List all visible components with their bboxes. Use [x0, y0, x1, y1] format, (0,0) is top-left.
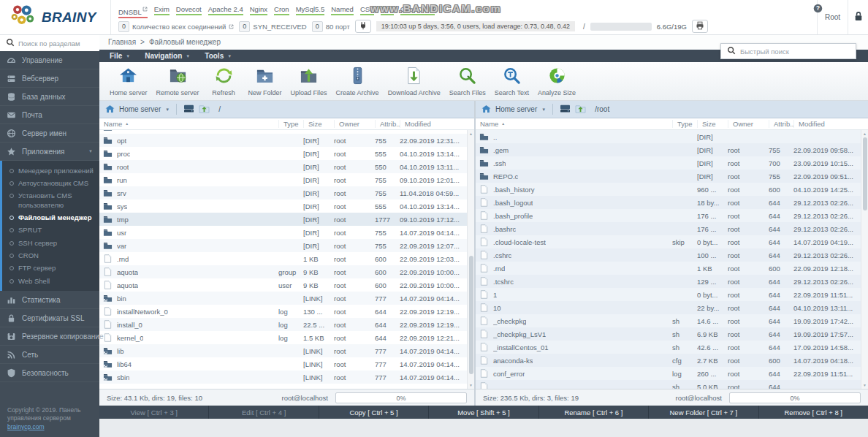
toolbar-search-files[interactable]: Search Files [445, 64, 490, 99]
sidebar-subitem-cms[interactable]: Автоустановщик CMS [2, 177, 99, 189]
scrollbar[interactable]: ▲ ▼ [467, 130, 474, 389]
file-row-run[interactable]: run[DIR]root75509.10.2019 12:01... [99, 173, 474, 186]
sidebar-search[interactable] [0, 35, 99, 51]
sidebar-item-item[interactable]: Безопасность [0, 364, 99, 382]
action-new-folder[interactable]: New Folder [ Ctrl + 7 ] [649, 406, 758, 419]
file-row-install-0[interactable]: install_0log22.5 ...root64422.09.2019 12… [99, 318, 474, 331]
menu-navigation[interactable]: Navigation▼ [137, 52, 197, 60]
sidebar-item-item[interactable]: Сеть [0, 346, 99, 364]
file-row-clipped[interactable]: sh5.0 KBroot644 [476, 380, 868, 389]
file-row-lib[interactable]: lib[LINK]root77714.07.2019 04:14... [99, 344, 474, 357]
menu-file[interactable]: File▼ [102, 52, 137, 60]
file-row-lib64[interactable]: lib64[LINK]root77714.07.2019 04:14... [99, 357, 474, 370]
brainycp-link[interactable]: brainycp.com [7, 423, 45, 430]
file-row-var[interactable]: var[DIR]root75522.09.2019 12:07... [99, 239, 474, 252]
quick-search[interactable] [720, 43, 856, 59]
service-link-cron[interactable]: Cron [274, 5, 289, 15]
action-move[interactable]: Move [ Shift + 5 ] [429, 406, 538, 419]
toolbar-home-server[interactable]: Home server [105, 64, 152, 99]
toolbar-analyze-size[interactable]: Analyze Size [533, 64, 580, 99]
file-row-rnd[interactable]: .rnd1 KBroot60022.09.2019 12:03... [99, 252, 474, 265]
file-row-gem[interactable]: .gem[DIR]root75522.09.2019 09:58... [476, 143, 868, 156]
service-link-exim[interactable]: Exim [154, 5, 170, 15]
column-header-modified[interactable]: Modified [793, 120, 861, 128]
toolbar-search-text[interactable]: Search Text [490, 64, 533, 99]
column-header-attrib[interactable]: Attrib... [769, 120, 793, 128]
breadcrumb-home[interactable]: Главная [108, 38, 136, 46]
sidebar-subitem-ftp[interactable]: FTP сервер [2, 262, 99, 275]
sidebar-item-item[interactable]: Приложения▼ [0, 142, 99, 161]
scroll-down-icon[interactable]: ▼ [861, 383, 868, 387]
toolbar-create-archive[interactable]: Create Archive [332, 64, 384, 99]
sidebar-subitem-cron[interactable]: CRON [2, 249, 99, 262]
file-row-tmp[interactable]: tmp[DIR]root177709.10.2019 17:12... [99, 213, 474, 226]
file-row-cloud-locale-test[interactable]: .cloud-locale-testskip0 byt...root64414.… [476, 235, 868, 248]
menu-tools[interactable]: Tools▼ [197, 52, 239, 60]
column-header-size[interactable]: Size [303, 120, 334, 128]
file-row-proc[interactable]: proc[DIR]root55504.10.2019 13:14... [99, 147, 474, 160]
action-view[interactable]: View [ Ctrl + 3 ] [99, 406, 209, 419]
server-selector[interactable]: Home server [495, 105, 537, 113]
column-header-modified[interactable]: Modified [400, 120, 467, 128]
file-row-usr[interactable]: usr[DIR]root75514.07.2019 04:14... [99, 226, 474, 239]
file-row-root[interactable]: root[DIR]root55004.10.2019 13:11... [99, 160, 474, 173]
quick-search-input[interactable] [740, 48, 850, 56]
column-header-name[interactable]: Name▲ [99, 120, 278, 128]
help-icon[interactable]: ? [813, 3, 823, 12]
file-row-bashrc[interactable]: .bashrc176 ...root64429.12.2013 02:26... [476, 222, 868, 235]
service-link-dnsbl[interactable]: DNSBL [118, 5, 148, 18]
file-row-rnd[interactable]: .rnd1 KBroot60022.09.2019 12:18... [476, 262, 868, 275]
folder-up-button[interactable] [199, 104, 210, 115]
sidebar-subitem-sprut[interactable]: SPRUT [2, 224, 99, 237]
sidebar-subitem-cms[interactable]: Установить CMS пользователю [2, 190, 99, 212]
action-copy[interactable]: Copy [ Ctrl + 5 ] [319, 406, 429, 419]
service-link-nginx[interactable]: Nginx [250, 5, 267, 15]
scrollbar[interactable]: ▲ ▼ [861, 130, 868, 389]
chevron-down-icon[interactable]: ▼ [165, 107, 170, 112]
scroll-down-icon[interactable]: ▼ [468, 383, 474, 387]
file-row-ssh[interactable]: .ssh[DIR]root70023.09.2019 10:15... [476, 156, 868, 170]
action-remove[interactable]: Remove [ Ctrl + 8 ] [759, 406, 868, 419]
file-row-bash-profile[interactable]: .bash_profile176 ...root64429.12.2013 02… [476, 209, 868, 222]
file-row-bin[interactable]: bin[LINK]root77714.07.2019 04:14... [99, 292, 474, 305]
sidebar-subitem-web-shell[interactable]: Web Shell [2, 275, 99, 287]
logo[interactable]: BRAINY [0, 0, 111, 34]
sidebar-item-item[interactable]: Статистика [0, 291, 99, 309]
file-row-checkpkg[interactable]: _checkpkgsh14.6 ...root64419.09.2019 17:… [476, 314, 868, 327]
column-header-owner[interactable]: Owner [334, 120, 375, 128]
sidebar-item-item[interactable]: Почта [0, 106, 99, 124]
file-row-repo-c[interactable]: REPO.c[DIR]root75522.09.2019 09:51... [476, 170, 868, 183]
chevron-down-icon[interactable]: ▼ [541, 107, 546, 112]
column-header-size[interactable]: Size [697, 120, 728, 128]
service-link-apache-2-4[interactable]: Apache 2.4 [208, 5, 243, 15]
sidebar-item-ssl[interactable]: Сертификаты SSL [0, 309, 99, 327]
file-row-1[interactable]: 10 byt...root64422.09.2019 11:51... [476, 288, 868, 301]
file-row-cshrc[interactable]: .cshrc100 ...root64429.12.2013 02:26... [476, 248, 868, 262]
file-row-installnetwork-0[interactable]: installNetwork_0log130 ...root64422.09.2… [99, 305, 474, 318]
column-header-type[interactable]: Type [278, 120, 303, 128]
sidebar-subitem-item[interactable]: Файловый менеджер [2, 211, 99, 224]
sidebar-search-input[interactable] [18, 39, 94, 48]
action-edit[interactable]: Edit [ Ctrl + 4 ] [209, 406, 319, 419]
toolbar-remote-server[interactable]: Remote server [152, 64, 204, 99]
scroll-up-icon[interactable]: ▲ [861, 132, 868, 136]
file-row-opt[interactable]: opt[DIR]root75522.09.2019 12:31... [99, 134, 474, 147]
service-link-dovecot[interactable]: Dovecot [176, 5, 202, 15]
column-header-type[interactable]: Type [672, 120, 697, 128]
service-link-named[interactable]: Named [331, 5, 354, 15]
file-row-conf-error[interactable]: conf_errorlog260 ...root64422.09.2019 11… [476, 367, 868, 380]
file-row-bash-logout[interactable]: .bash_logout18 by...root64429.12.2013 02… [476, 196, 868, 209]
file-row-installcentos-01[interactable]: _installCentos_01sh42.6 ...root64417.09.… [476, 341, 868, 354]
disk-info-button[interactable] [692, 20, 708, 33]
action-rename[interactable]: Rename [ Ctrl + 6 ] [539, 406, 649, 419]
sidebar-item-item[interactable]: База данных [0, 88, 99, 106]
scrollbar-thumb[interactable] [469, 256, 473, 374]
file-row-kernel-0[interactable]: kernel_0log1.5 KBroot64422.09.2019 12:21… [99, 331, 474, 344]
sidebar-subitem-ssh[interactable]: SSH сервер [2, 237, 99, 249]
file-row-aquota[interactable]: aquotauser9 KBroot60022.09.2019 10:00... [99, 278, 474, 292]
file-row-anaconda-ks[interactable]: anaconda-kscfg2.7 KBroot60014.07.2019 04… [476, 354, 868, 367]
file-row-checkpkg-lsv1[interactable]: _checkpkg_LsV1sh6.9 KBroot64419.09.2019 … [476, 327, 868, 341]
sidebar-subitem-item[interactable]: Менеджер приложений [2, 164, 99, 177]
column-header-attrib[interactable]: Attrib... [375, 120, 400, 128]
toolbar-download-archive[interactable]: Download Archive [384, 64, 445, 99]
